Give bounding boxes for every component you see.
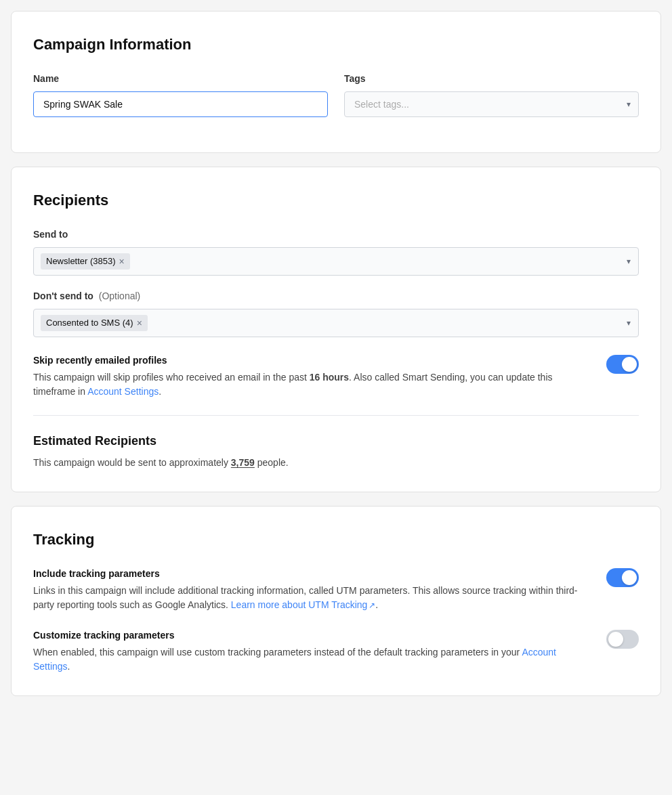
send-to-label: Send to: [33, 228, 639, 242]
dont-send-to-label: Don't send to (Optional): [33, 289, 639, 303]
customize-tracking-toggle[interactable]: [606, 630, 639, 649]
dont-send-to-field[interactable]: Consented to SMS (4) ×: [33, 309, 639, 337]
tags-label: Tags: [344, 72, 639, 86]
dont-send-to-select-wrapper[interactable]: Consented to SMS (4) × ▾: [33, 309, 639, 337]
skip-emailed-toggle[interactable]: [606, 355, 639, 374]
send-to-select-wrapper[interactable]: Newsletter (3853) × ▾: [33, 247, 639, 276]
include-tracking-description: Links in this campaign will include addi…: [33, 584, 590, 612]
estimated-description: This campaign would be sent to approxima…: [33, 456, 639, 470]
skip-emailed-description: This campaign will skip profiles who rec…: [33, 370, 590, 399]
campaign-information-title: Campaign Information: [33, 33, 639, 56]
customize-tracking-description: When enabled, this campaign will use cus…: [33, 645, 590, 674]
customize-tracking-content: Customize tracking parameters When enabl…: [33, 628, 590, 674]
dont-send-to-tag-remove[interactable]: ×: [137, 318, 142, 328]
send-to-tag-label: Newsletter (3853): [46, 255, 116, 268]
recipients-title: Recipients: [33, 189, 639, 211]
tags-form-group: Tags Select tags... ▾: [344, 72, 639, 117]
send-to-tag: Newsletter (3853) ×: [41, 253, 130, 270]
recipients-card: Recipients Send to Newsletter (3853) × ▾…: [11, 167, 661, 492]
skip-emailed-content: Skip recently emailed profiles This camp…: [33, 353, 590, 399]
tracking-card: Tracking Include tracking parameters Lin…: [11, 506, 661, 696]
skip-emailed-slider: [606, 355, 639, 374]
dont-send-to-tag: Consented to SMS (4) ×: [41, 315, 148, 331]
external-link-icon: ↗: [369, 599, 375, 611]
tracking-title: Tracking: [33, 528, 639, 551]
campaign-information-card: Campaign Information Name Tags Select ta…: [11, 11, 661, 153]
skip-emailed-row: Skip recently emailed profiles This camp…: [33, 353, 639, 399]
include-tracking-slider: [606, 568, 639, 587]
include-tracking-content: Include tracking parameters Links in thi…: [33, 567, 590, 612]
include-tracking-label: Include tracking parameters: [33, 567, 590, 581]
name-form-group: Name: [33, 72, 328, 117]
utm-tracking-link[interactable]: Learn more about UTM Tracking↗: [231, 599, 376, 610]
account-settings-link-1[interactable]: Account Settings: [87, 386, 159, 397]
estimated-title: Estimated Recipients: [33, 432, 639, 450]
estimated-recipients-section: Estimated Recipients This campaign would…: [33, 432, 639, 470]
dont-send-to-group: Don't send to (Optional) Consented to SM…: [33, 289, 639, 337]
skip-emailed-label: Skip recently emailed profiles: [33, 353, 590, 368]
tags-select-wrapper: Select tags... ▾: [344, 91, 639, 117]
name-label: Name: [33, 72, 328, 86]
include-tracking-row: Include tracking parameters Links in thi…: [33, 567, 639, 612]
customize-tracking-slider: [606, 630, 639, 649]
include-tracking-toggle[interactable]: [606, 568, 639, 587]
tags-select[interactable]: Select tags...: [344, 91, 639, 117]
send-to-field[interactable]: Newsletter (3853) ×: [33, 247, 639, 276]
send-to-group: Send to Newsletter (3853) × ▾: [33, 228, 639, 276]
campaign-form-row: Name Tags Select tags... ▾: [33, 72, 639, 117]
customize-tracking-label: Customize tracking parameters: [33, 628, 590, 643]
send-to-tag-remove[interactable]: ×: [119, 257, 125, 266]
dont-send-to-tag-label: Consented to SMS (4): [46, 316, 133, 330]
optional-label: (Optional): [99, 291, 140, 301]
name-input[interactable]: [33, 91, 328, 117]
customize-tracking-row: Customize tracking parameters When enabl…: [33, 628, 639, 674]
recipients-divider: [33, 415, 639, 416]
estimated-count: 3,759: [231, 457, 255, 468]
